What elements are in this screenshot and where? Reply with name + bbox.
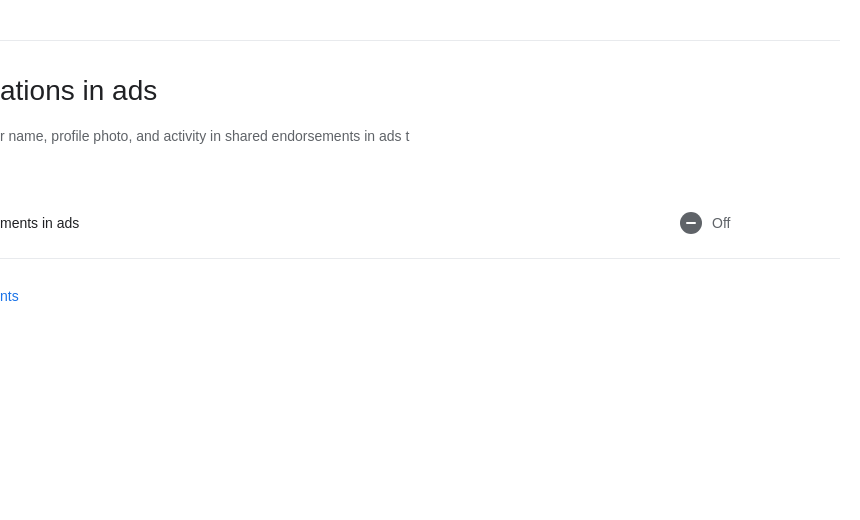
bottom-link-container: nts: [0, 259, 840, 325]
off-status-icon: [680, 212, 702, 234]
status-text: Off: [712, 215, 730, 231]
setting-value[interactable]: Off: [680, 212, 840, 234]
section-title: ations in ads: [0, 73, 840, 109]
setting-label: ments in ads: [0, 215, 680, 231]
setting-row: ments in ads Off: [0, 188, 840, 259]
page-container: ations in ads r name, profile photo, and…: [0, 0, 860, 520]
top-divider: [0, 40, 840, 41]
section-description: r name, profile photo, and activity in s…: [0, 125, 840, 147]
bottom-link[interactable]: nts: [0, 288, 19, 304]
